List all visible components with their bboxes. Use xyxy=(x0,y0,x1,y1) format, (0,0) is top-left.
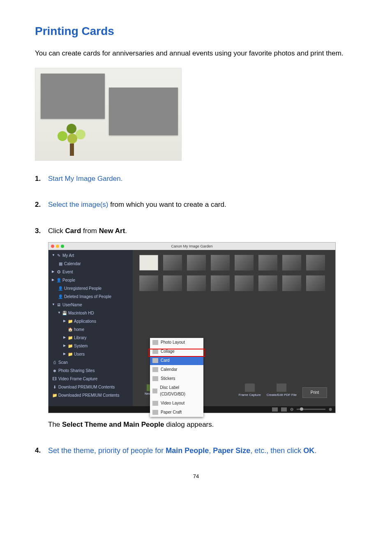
thumbnail[interactable] xyxy=(306,255,325,271)
minimize-icon[interactable] xyxy=(56,245,59,248)
menu-item-stickers[interactable]: Stickers xyxy=(150,374,203,383)
page-title: Printing Cards xyxy=(35,25,357,38)
sidebar-item-download-premium[interactable]: ⬇Download PREMIUM Contents xyxy=(48,383,133,391)
thumbnail[interactable] xyxy=(282,255,301,271)
sidebar-item-library[interactable]: ▶📁Library xyxy=(48,334,133,342)
thumbnail-grid xyxy=(133,250,335,296)
hero-card-sample xyxy=(35,68,182,161)
menu-item-video-layout[interactable]: Video Layout xyxy=(150,399,203,408)
sample-photo-1 xyxy=(41,74,105,119)
main-panel: New Art Photo Layout Collage Card Calend… xyxy=(133,250,335,406)
view-mode-icon[interactable] xyxy=(272,407,278,412)
thumbnail[interactable] xyxy=(211,275,230,291)
step4-main-people[interactable]: Main People xyxy=(166,446,209,455)
app-screenshot: Canon My Image Garden ▼✎My Art ▦Calendar… xyxy=(48,242,336,413)
step4-ok[interactable]: OK xyxy=(303,446,314,455)
step3-card-bold: Card xyxy=(65,227,81,235)
zoom-slider[interactable] xyxy=(297,409,325,410)
sidebar-item-username[interactable]: ▼🖥UserName xyxy=(48,301,133,309)
menu-item-card[interactable]: Card xyxy=(150,356,203,365)
close-icon[interactable] xyxy=(51,245,54,248)
step3-post: . xyxy=(125,227,127,235)
sidebar-item-unregistered[interactable]: 👤Unregistered People xyxy=(48,284,133,293)
sidebar-item-people[interactable]: ▶👤People xyxy=(48,276,133,284)
thumbnail[interactable] xyxy=(211,255,230,271)
frame-capture-button[interactable]: Frame Capture xyxy=(239,384,261,398)
step4-d[interactable]: , etc., then click xyxy=(250,446,303,455)
frame-capture-icon xyxy=(245,384,255,392)
sidebar-item-deleted[interactable]: 👤Deleted Images of People xyxy=(48,293,133,301)
thumbnail[interactable] xyxy=(139,255,158,271)
new-art-menu: Photo Layout Collage Card Calendar Stick… xyxy=(150,338,203,417)
sidebar-item-myart[interactable]: ▼✎My Art xyxy=(48,252,133,260)
step3-mid: from xyxy=(81,227,99,235)
print-button[interactable]: Print xyxy=(302,387,327,398)
step2-link[interactable]: Select the image(s) xyxy=(48,201,108,208)
step-3: Click Card from New Art. Canon My Image … xyxy=(35,225,357,430)
sidebar-item-scan[interactable]: ⎙Scan xyxy=(48,358,133,367)
thumbnail[interactable] xyxy=(139,275,158,291)
menu-item-paper-craft[interactable]: Paper Craft xyxy=(150,408,203,417)
step3-pre: Click xyxy=(48,227,65,235)
zoom-icon[interactable] xyxy=(61,245,64,248)
sidebar-item-event[interactable]: ▶✪Event xyxy=(48,268,133,276)
thumbnail[interactable] xyxy=(163,255,182,271)
sidebar-item-sharing[interactable]: ☻Photo Sharing Sites xyxy=(48,367,133,375)
zoom-in-icon[interactable]: ⊕ xyxy=(329,406,332,413)
menu-item-collage[interactable]: Collage xyxy=(150,347,203,356)
window-titlebar: Canon My Image Garden xyxy=(48,243,335,250)
view-mode-icon[interactable] xyxy=(281,407,287,412)
sidebar: ▼✎My Art ▦Calendar ▶✪Event ▶👤People 👤Unr… xyxy=(48,250,133,406)
step4-link-a[interactable]: Set the theme, priority of people for xyxy=(48,446,166,455)
thumbnail[interactable] xyxy=(187,275,206,291)
intro-paragraph: You can create cards for anniversaries a… xyxy=(35,48,357,59)
window-title: Canon My Image Garden xyxy=(171,243,212,249)
sample-photo-2 xyxy=(109,88,178,135)
step4-c[interactable]: , xyxy=(209,446,213,455)
step-1: Start My Image Garden. xyxy=(35,173,357,184)
menu-item-calendar[interactable]: Calendar xyxy=(150,365,203,374)
thumbnail[interactable] xyxy=(235,255,254,271)
thumbnail[interactable] xyxy=(306,275,325,291)
thumbnail[interactable] xyxy=(258,255,277,271)
zoom-out-icon[interactable]: ⊖ xyxy=(290,406,293,413)
thumbnail[interactable] xyxy=(258,275,277,291)
menu-item-disc-label[interactable]: Disc Label (CD/DVD/BD) xyxy=(150,383,203,399)
sidebar-item-applications[interactable]: ▶📁Applications xyxy=(48,317,133,326)
sidebar-item-calendar[interactable]: ▦Calendar xyxy=(48,260,133,268)
sidebar-item-home[interactable]: 🏠home xyxy=(48,326,133,334)
menu-item-photo-layout[interactable]: Photo Layout xyxy=(150,338,203,347)
thumbnail[interactable] xyxy=(235,275,254,291)
steps-list: Start My Image Garden. Select the image(… xyxy=(35,173,357,457)
step-2: Select the image(s) from which you want … xyxy=(35,199,357,210)
sidebar-item-mac[interactable]: ▼💾Macintosh HD xyxy=(48,309,133,317)
sidebar-item-downloaded-premium[interactable]: 📁Downloaded PREMIUM Contents xyxy=(48,391,133,400)
page-number: 74 xyxy=(35,473,357,479)
step1-link[interactable]: Start My Image Garden. xyxy=(48,175,122,183)
pdf-icon xyxy=(277,384,286,392)
sidebar-item-video-frame[interactable]: 🎞Video Frame Capture xyxy=(48,375,133,383)
step3-result: The Select Theme and Main People dialog … xyxy=(48,419,357,430)
create-edit-pdf-button[interactable]: Create/Edit PDF File xyxy=(267,384,297,398)
tree-decoration xyxy=(58,123,86,156)
sidebar-item-system[interactable]: ▶📁System xyxy=(48,342,133,350)
step3-newart-bold: New Art xyxy=(99,227,125,235)
thumbnail[interactable] xyxy=(282,275,301,291)
step4-e[interactable]: . xyxy=(314,446,316,455)
thumbnail[interactable] xyxy=(163,275,182,291)
step-4: Set the theme, priority of people for Ma… xyxy=(35,445,357,457)
thumbnail[interactable] xyxy=(187,255,206,271)
step4-paper-size[interactable]: Paper Size xyxy=(213,446,250,455)
step2-rest: from which you want to create a card. xyxy=(108,201,226,208)
sidebar-item-users[interactable]: ▶📁Users xyxy=(48,350,133,358)
